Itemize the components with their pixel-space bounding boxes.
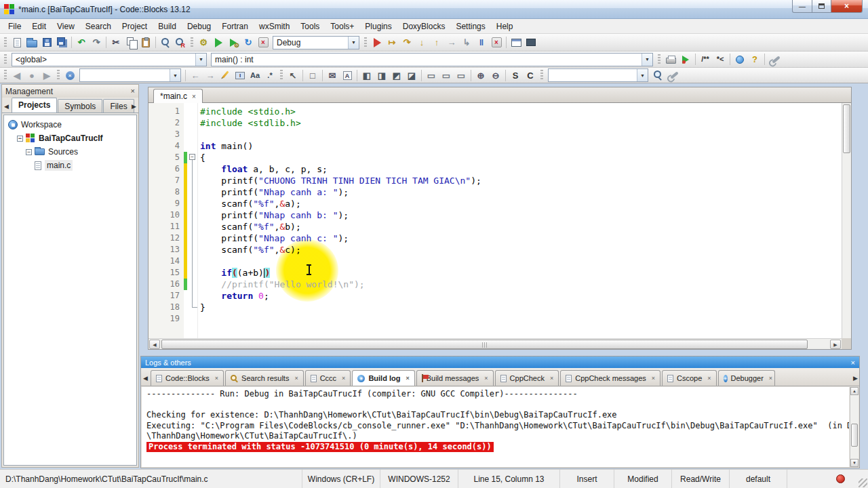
align-top-icon[interactable]: ◩ [389, 68, 404, 82]
open-file-icon[interactable] [24, 36, 39, 49]
undo-icon[interactable]: ↶ [74, 36, 89, 49]
symbol-combo[interactable]: main() : int▼ [211, 53, 653, 66]
log-tab-close-icon[interactable]: × [406, 375, 409, 382]
menu-settings[interactable]: Settings [450, 20, 490, 33]
chevron-down-icon[interactable]: ▼ [348, 37, 359, 49]
log-tab-close-icon[interactable]: × [707, 375, 711, 382]
abort-icon[interactable] [256, 36, 271, 49]
log-tab-cppcheck-messages[interactable]: CppCheck messages× [560, 370, 660, 386]
build-target-combo[interactable]: Debug▼ [273, 36, 359, 49]
log-tab-close-icon[interactable]: × [294, 375, 298, 382]
tree-item-sources[interactable]: −Sources [4, 145, 136, 159]
doxy-extract-icon[interactable] [663, 53, 678, 66]
goto-next-change-icon[interactable]: ▶ [39, 68, 54, 82]
log-tab-build-log[interactable]: Build log× [352, 370, 414, 386]
code-area[interactable]: 12345678910111213141516171819 − #include… [149, 103, 842, 338]
management-tab-symbols[interactable]: Symbols [58, 99, 102, 113]
zoom-in-icon[interactable]: ⊕ [473, 68, 488, 82]
logs-close-icon[interactable]: × [851, 359, 855, 367]
menu-view[interactable]: View [52, 20, 80, 33]
logs-title-bar[interactable]: Logs & others × [141, 357, 859, 368]
pointer-icon[interactable]: ↖ [285, 68, 300, 82]
last-position-icon[interactable]: ● [24, 68, 39, 82]
menu-help[interactable]: Help [491, 20, 519, 33]
log-tab-close-icon[interactable]: × [769, 375, 772, 382]
management-tab-files[interactable]: Files [103, 99, 134, 113]
next-instruction-icon[interactable]: → [444, 36, 459, 49]
menu-tools[interactable]: Tools [295, 20, 325, 33]
regex-icon[interactable]: .* [262, 68, 277, 82]
log-tab-code-blocks[interactable]: Code::Blocks× [151, 370, 224, 386]
tabs-scroll-right-icon[interactable]: ▶ [132, 103, 136, 110]
title-bar[interactable]: *main.c [BaiTapCauTrucIf] - Code::Blocks… [0, 0, 868, 19]
logs-scroll-down-icon[interactable]: ▼ [850, 459, 859, 467]
step-out-icon[interactable]: ↑ [429, 36, 444, 49]
frame-shrink-icon[interactable]: ▭ [439, 68, 454, 82]
selected-text-icon[interactable] [233, 68, 248, 82]
frame-fit-icon[interactable]: ▭ [454, 68, 469, 82]
find-icon[interactable] [158, 36, 173, 49]
log-tab-close-icon[interactable]: × [215, 375, 218, 382]
next-line-icon[interactable]: ↷ [399, 36, 414, 49]
zoom-out-icon[interactable]: ⊖ [488, 68, 503, 82]
logs-tabs-scroll-right-icon[interactable]: ▶ [853, 375, 858, 382]
incsearch-prev-icon[interactable]: ← [188, 68, 203, 82]
menu-tools-[interactable]: Tools+ [325, 20, 359, 33]
log-tab-close-icon[interactable]: × [652, 375, 655, 382]
close-button[interactable]: × [831, 0, 863, 13]
tree-item-workspace[interactable]: Workspace [4, 118, 136, 131]
doxy-wiki-icon[interactable] [732, 53, 747, 66]
minimize-button[interactable]: — [792, 0, 812, 13]
horizontal-scroll-thumb[interactable] [161, 340, 808, 349]
save-all-icon[interactable] [54, 36, 69, 49]
align-right-icon[interactable]: ◨ [374, 68, 389, 82]
search-site-combo[interactable]: ▼ [548, 68, 648, 82]
editor-tab-main-c[interactable]: *main.c × [153, 89, 203, 103]
chevron-down-icon[interactable]: ▼ [195, 54, 206, 66]
management-tab-projects[interactable]: Projects [12, 98, 57, 113]
scope-combo[interactable]: <global>▼ [12, 53, 207, 66]
save-icon[interactable] [39, 36, 54, 49]
incsearch-next-icon[interactable]: → [203, 68, 218, 82]
web-search-icon[interactable] [650, 68, 665, 82]
tree-expander-icon[interactable]: − [17, 136, 23, 142]
management-close-icon[interactable]: × [131, 87, 135, 95]
vertical-scroll-thumb[interactable] [843, 104, 850, 153]
replace-icon[interactable] [173, 36, 188, 49]
tree-item-baitapcautrucif[interactable]: −BaiTapCauTrucIf [4, 131, 136, 145]
doxy-help-icon[interactable]: ? [747, 53, 762, 66]
logs-scroll-thumb[interactable] [851, 424, 858, 447]
rect-tool-icon[interactable]: □ [305, 68, 320, 82]
menu-edit[interactable]: Edit [26, 20, 52, 33]
build-and-run-icon[interactable] [226, 36, 241, 49]
log-tab-close-icon[interactable]: × [484, 375, 488, 382]
symbols-c-icon[interactable]: C [523, 68, 538, 82]
resize-grip[interactable] [859, 479, 867, 487]
menu-wxsmith[interactable]: wxSmith [254, 20, 295, 33]
menu-debug[interactable]: Debug [182, 20, 216, 33]
project-tree[interactable]: Workspace−BaiTapCauTrucIf−Sourcesmain.c [3, 115, 137, 466]
run-to-cursor-icon[interactable]: ↦ [384, 36, 399, 49]
maximize-button[interactable] [812, 0, 831, 13]
log-tab-build-messages[interactable]: Build messages× [416, 370, 494, 386]
align-bottom-icon[interactable]: ◪ [404, 68, 419, 82]
envelope-icon[interactable]: ✉ [325, 68, 340, 82]
symbols-s-icon[interactable]: S [508, 68, 523, 82]
step-into-instruction-icon[interactable]: ↳ [459, 36, 474, 49]
settings-wrench-icon[interactable] [665, 68, 680, 82]
build-icon[interactable]: ⚙ [196, 36, 211, 49]
chevron-down-icon[interactable]: ▼ [170, 69, 180, 81]
debug-continue-icon[interactable] [370, 36, 384, 49]
copy-icon[interactable] [123, 36, 138, 49]
highlight-occurrences-icon[interactable] [218, 68, 233, 82]
editor-tab-close-icon[interactable]: × [192, 93, 196, 100]
log-tab-cppcheck[interactable]: CppCheck× [495, 370, 559, 386]
log-tab-search-results[interactable]: Search results× [225, 370, 304, 386]
logs-scroll-up-icon[interactable]: ▲ [850, 387, 859, 395]
debugging-windows-icon[interactable] [509, 36, 524, 49]
log-tab-debugger[interactable]: Debugger× [718, 370, 775, 386]
rebuild-icon[interactable]: ↻ [241, 36, 256, 49]
tree-item-main-c[interactable]: main.c [4, 159, 136, 172]
doxy-block-comment-icon[interactable]: /** [698, 53, 713, 66]
doxy-run-html-icon[interactable] [678, 53, 693, 66]
